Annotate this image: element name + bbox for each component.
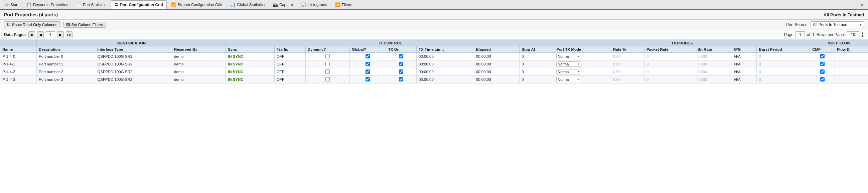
rows-down-icon[interactable]: ▼ [861,35,864,38]
col-header-cmf: CMF [810,46,835,53]
cell-txon[interactable] [386,53,416,60]
cell-traffic: OFF [275,76,306,84]
set-column-filters-button[interactable]: 🖼 Set Column Filters [63,22,106,28]
port-tx-mode-select[interactable]: Normal Interleaved Burst [556,69,581,74]
cell-dynamic[interactable] [305,76,349,84]
col-header-bit-rate: Bit Rate [695,46,732,53]
cell-cmf[interactable] [810,68,835,76]
close-window-icon[interactable]: ✕ [857,2,867,7]
start-icon: ⚙ [5,2,9,7]
cell-port-tx-mode[interactable]: Normal Interleaved Burst [554,68,611,76]
tab-start[interactable]: ⚙ Start [1,0,22,9]
col-header-sync: Sync [225,46,274,53]
cell-stopaf: 0 [520,68,554,76]
set-column-filters-label: Set Column Filters [71,23,103,27]
txon-checkbox[interactable] [399,77,403,82]
cell-global[interactable] [350,76,386,84]
cell-reserved-by: demo [172,76,225,84]
col-header-elapsed: Elapsed [474,46,519,53]
tab-histograms[interactable]: 📊 Histograms [297,0,331,9]
pager-next-button[interactable]: ▶ [57,31,64,38]
tab-filters[interactable]: 🔽 Filters [332,0,356,9]
tab-stream-config-grid[interactable]: 📶 Stream Configuration Grid [167,0,226,9]
pager-page-input[interactable] [796,31,805,38]
cell-port-tx-mode[interactable]: Normal Interleaved Burst [554,76,611,84]
pager-current-page[interactable] [46,31,55,38]
cell-cmf[interactable] [810,53,835,60]
dynamic-checkbox[interactable] [326,69,330,74]
col-group-identification: IDENTIFICATION [37,40,226,46]
cell-bit-rate: 0.000 [695,68,732,76]
global-checkbox[interactable] [366,77,370,82]
cell-txon[interactable] [386,76,416,84]
tab-resource-properties[interactable]: 📋 Resource Properties [23,0,72,9]
cmf-checkbox[interactable] [820,54,825,58]
cell-cmf[interactable] [810,60,835,68]
port-statistics-icon: 📄 [76,2,82,7]
port-tx-mode-select[interactable]: Normal Interleaved Burst [556,77,581,82]
cmf-checkbox[interactable] [820,62,825,66]
cell-ipg: N/A [732,60,757,68]
cell-description: Port number 0 [37,53,95,60]
cell-sync: IN SYNC [225,76,274,84]
cell-dynamic[interactable] [305,60,349,68]
pager-first-button[interactable]: ⏮ [28,31,35,38]
tab-capture[interactable]: 📷 Capture [269,0,297,9]
cell-rate: 0.00 [611,68,645,76]
tab-stream-config-grid-label: Stream Configuration Grid [178,3,222,7]
rows-stepper[interactable]: ▲ ▼ [861,32,864,38]
cmf-checkbox[interactable] [820,77,825,82]
cell-port-tx-mode[interactable]: Normal Interleaved Burst [554,60,611,68]
port-tx-mode-select[interactable]: Normal Interleaved Burst [556,54,581,59]
show-readonly-button[interactable]: ☑ Show Read-Only Columns [4,21,60,28]
cell-txtimelimit: 00:00:00 [416,60,474,68]
cell-txon[interactable] [386,68,416,76]
cell-bit-rate: 0.000 [695,60,732,68]
pager-last-button[interactable]: ⏭ [66,31,72,38]
global-checkbox[interactable] [366,69,370,74]
dynamic-checkbox[interactable] [326,77,330,82]
cell-name: P-1-4-2 [0,68,37,76]
tab-global-statistics[interactable]: 📊 Global Statistics [226,0,268,9]
filters-icon: 🔽 [335,2,340,7]
txon-checkbox[interactable] [399,62,403,66]
of-label: of [807,32,810,37]
pager-prev-button[interactable]: ◀ [37,31,44,38]
cell-flow-d [835,60,868,68]
cell-txon[interactable] [386,60,416,68]
table-row: P-1-4-2Port number 2QSFPDD 100G SR2demoI… [0,68,868,76]
global-checkbox[interactable] [366,54,370,58]
cell-port-tx-mode[interactable]: Normal Interleaved Burst [554,53,611,60]
cell-reserved-by: demo [172,53,225,60]
header-right-label: All Ports In Testbed [824,12,864,18]
dynamic-checkbox[interactable] [326,54,330,58]
cell-global[interactable] [350,68,386,76]
txon-checkbox[interactable] [399,69,403,74]
tab-global-statistics-label: Global Statistics [237,3,264,7]
cell-cmf[interactable] [810,76,835,84]
cell-reserved-by: demo [172,68,225,76]
txon-checkbox[interactable] [399,54,403,58]
col-header-interface-type: Interface Type [95,46,172,53]
port-tx-mode-select[interactable]: Normal Interleaved Burst [556,61,581,67]
cmf-checkbox[interactable] [820,69,825,74]
cell-global[interactable] [350,53,386,60]
table-row: P-1-4-3Port number 3QSFPDD 100G SR2demoI… [0,76,868,84]
global-statistics-icon: 📊 [230,2,236,7]
global-checkbox[interactable] [366,62,370,66]
cell-elapsed: 00:00:00 [474,68,519,76]
rows-per-page-input[interactable] [847,31,859,38]
cell-dynamic[interactable] [305,68,349,76]
col-header-name: Name [0,46,37,53]
cell-burst-period: 0 [757,68,810,76]
col-header-reserved-by: Reserved By [172,46,225,53]
pager-row: Data Pager: ⏮ ◀ ▶ ⏭ Page of 1 Rows per P… [0,30,868,40]
tab-port-statistics[interactable]: 📄 Port Statistics [72,0,110,9]
table-row: P-1-4-0Port number 0QSFPDD 100G SR2demoI… [0,53,868,60]
tab-port-config-grid[interactable]: 🗂 Port Configuration Grid [111,0,166,9]
cell-global[interactable] [350,60,386,68]
port-source-select[interactable]: All Ports In Testbed Selected Ports [810,21,864,28]
cell-dynamic[interactable] [305,53,349,60]
histograms-icon: 📊 [301,2,306,7]
dynamic-checkbox[interactable] [326,62,330,66]
